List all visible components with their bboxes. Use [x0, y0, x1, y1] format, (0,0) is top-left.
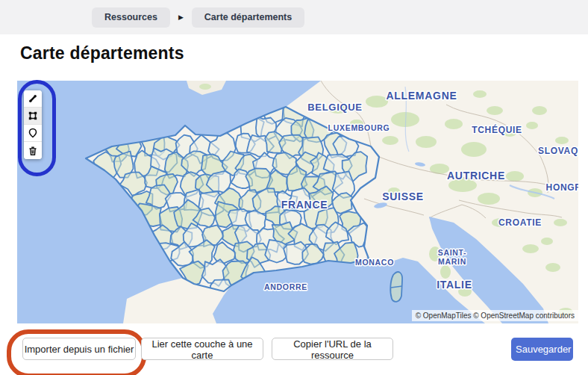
svg-text:ANDORRE: ANDORRE [264, 282, 307, 291]
map-attribution: © OpenMapTiles © OpenStreetMap contribut… [412, 310, 578, 321]
svg-text:AUTRICHE: AUTRICHE [447, 170, 505, 182]
map-canvas[interactable]: BELGIQUEALLEMAGNELUXEMBOURGTCHÉQUIESLOVA… [17, 81, 578, 323]
draw-polyline-icon [28, 93, 38, 104]
import-from-file-button[interactable]: Importer depuis un fichier [22, 338, 136, 360]
map-draw-toolbar [24, 90, 42, 159]
svg-text:HONGRIE: HONGRIE [546, 182, 578, 193]
link-layer-to-map-button[interactable]: Lier cette couche à une carte [141, 338, 263, 360]
svg-text:FRANCE: FRANCE [281, 199, 328, 211]
breadcrumb: Ressources ▶ Carte départements [0, 0, 588, 34]
svg-text:LUXEMBOURG: LUXEMBOURG [328, 123, 390, 132]
svg-text:MARIN: MARIN [438, 257, 466, 266]
map-svg: BELGIQUEALLEMAGNELUXEMBOURGTCHÉQUIESLOVA… [17, 81, 578, 323]
svg-text:SUISSE: SUISSE [382, 190, 424, 202]
delete-icon [28, 146, 38, 156]
svg-text:ALLEMAGNE: ALLEMAGNE [387, 90, 457, 102]
svg-text:TCHÉQUIE: TCHÉQUIE [472, 124, 522, 135]
chevron-right-icon: ▶ [178, 13, 184, 21]
draw-marker-button[interactable] [24, 125, 42, 142]
breadcrumb-item-ressources[interactable]: Ressources [92, 7, 170, 28]
draw-marker-icon [28, 128, 38, 138]
draw-polygon-button[interactable] [24, 108, 42, 125]
svg-text:SAINT-: SAINT- [438, 248, 467, 257]
save-button[interactable]: Sauvegarder [511, 338, 573, 361]
draw-polyline-button[interactable] [24, 90, 42, 108]
svg-text:MONACO: MONACO [355, 258, 394, 267]
draw-polygon-icon [28, 111, 38, 121]
delete-feature-button[interactable] [24, 142, 42, 159]
map-corsica [390, 272, 402, 302]
breadcrumb-item-carte-departements[interactable]: Carte départements [192, 7, 304, 28]
svg-text:ITALIE: ITALIE [437, 279, 472, 291]
svg-text:CROATIE: CROATIE [498, 217, 542, 228]
svg-text:SLOVAQUIE: SLOVAQUIE [538, 146, 578, 156]
page-title: Carte départements [20, 43, 184, 63]
svg-text:BELGIQUE: BELGIQUE [307, 102, 363, 113]
page: Ressources ▶ Carte départements Carte dé… [0, 0, 588, 375]
copy-resource-url-button[interactable]: Copier l'URL de la ressource [272, 338, 393, 360]
